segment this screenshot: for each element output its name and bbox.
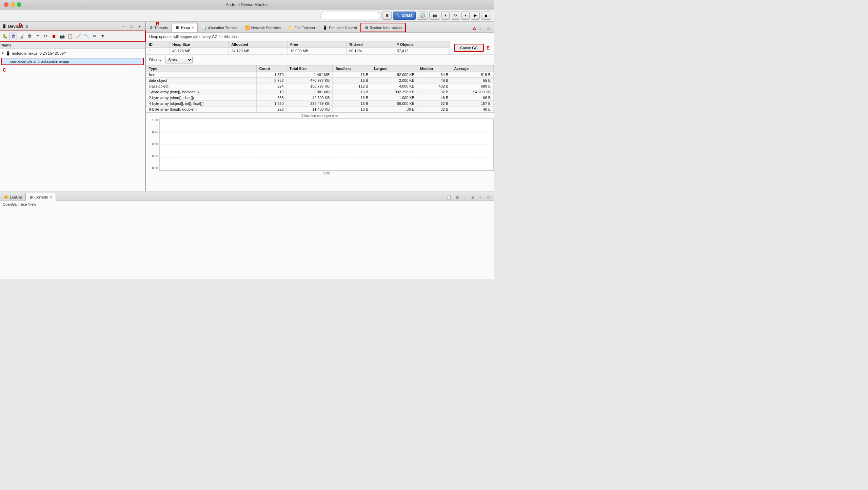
data-table-wrapper: Type Count Total Size Smallest Largest M… [146, 65, 494, 112]
tab-heap-label: Heap [181, 25, 190, 30]
console-label: Console [34, 195, 48, 199]
device-list[interactable]: ▼ 📱 motorola-nexus_6-ZY1G42C39Y com.exam… [0, 49, 145, 191]
tab-allocation[interactable]: 📊 Allocation Tracker [198, 23, 241, 32]
chart-container: Allocation count per size 1.00 0.75 0.50… [146, 112, 494, 167]
app-item[interactable]: com.example.android.sunshine.app [1, 58, 144, 65]
method-profile-btn[interactable]: 📈 [75, 33, 82, 40]
view-menu-button[interactable]: ▼ [136, 23, 143, 30]
allocation-btn[interactable]: 📊 [18, 33, 25, 40]
cell-total: 235.469 KB [287, 101, 333, 107]
cell-pct-used: 60.12% [346, 48, 394, 54]
maximize-panel-button[interactable]: □ [128, 23, 135, 30]
sync-icon: 🔄 [420, 13, 425, 18]
cell-heap-size: 40.123 MB [170, 48, 229, 54]
bottom-toolbar-btn3[interactable]: ↕ [461, 194, 468, 201]
col-smallest: Smallest [333, 65, 371, 72]
tab-emulator[interactable]: 📱 Emulator Control [319, 23, 361, 32]
minimize-panel-button[interactable]: − [120, 23, 127, 30]
cell-allocated: 24.123 MB [229, 48, 288, 54]
tab-network[interactable]: 📶 Network Statistics [241, 23, 284, 32]
data-table: Type Count Total Size Smallest Largest M… [146, 65, 494, 112]
panels-row: 📱 Devices 5 D − □ ▼ 🐛 🗑 📊 🗑 ≡ ⟳ ⏹ 📷 [0, 22, 494, 191]
thread-update-btn[interactable]: ⟳ [42, 33, 50, 40]
top-toolbar: ⊞ 🔧 DDMS 🔄 📷 ▾ ↻ ▾ ▶ ⏹ [0, 10, 494, 22]
cell-type: class object [146, 83, 257, 89]
console-close-icon[interactable]: ✕ [50, 195, 52, 199]
bottom-minimize-btn[interactable]: − [477, 194, 484, 201]
edit-btn[interactable]: ✏ [91, 33, 98, 40]
new-window-button[interactable]: ⊞ [382, 12, 392, 20]
camera-button[interactable]: 📷 [429, 12, 440, 20]
cell-median: 32 B [417, 89, 451, 95]
cell-average: 40 B [451, 107, 494, 112]
bottom-toolbar-btn4[interactable]: ⊟ [469, 194, 476, 201]
maximize-heap-btn[interactable]: □ [485, 25, 492, 32]
col-type: Type [146, 65, 257, 72]
cell-median: 48 B [417, 78, 451, 83]
bottom-panel: 🐱 LogCat 🖥 Console ✕ 📋 ⊞ ↕ ⊟ − □ OpenGL … [0, 191, 494, 279]
tab-console[interactable]: 🖥 Console ✕ [25, 193, 56, 201]
cell-type: data object [146, 78, 257, 83]
device-type-icon: 📱 [6, 51, 11, 56]
sync-button[interactable]: 🔄 [417, 12, 428, 20]
cell-median: 32 B [417, 107, 451, 112]
heap-summary-table: ID Heap Size Allocated Free % Used # Obj… [146, 41, 450, 54]
maximize-button[interactable] [17, 2, 21, 7]
dropdown-devices-btn[interactable]: ▼ [99, 33, 106, 40]
tab-sysinfo-label: System Information [370, 25, 402, 30]
heap-btn[interactable]: 🗑 [9, 33, 17, 40]
cell-count: 224 [256, 83, 287, 89]
cause-gc-button[interactable]: Cause GC [454, 44, 484, 52]
play-button[interactable]: ▶ [471, 12, 480, 20]
bottom-maximize-btn[interactable]: □ [485, 194, 492, 201]
dropdown-button[interactable]: ▾ [441, 12, 450, 20]
y-label-0: 0.00 [152, 166, 158, 170]
ddms-button[interactable]: 🔧 DDMS [393, 12, 416, 20]
col-heap-size: Heap Size [170, 41, 229, 48]
cell-smallest: 16 B [333, 101, 371, 107]
screenshot-btn[interactable]: 📷 [58, 33, 66, 40]
tab-heap[interactable]: 🗑 Heap ✕ B [172, 23, 198, 32]
close-button[interactable] [4, 2, 8, 7]
bottom-content: OpenGL Trace View [0, 201, 494, 279]
minimize-heap-btn[interactable]: − [477, 25, 484, 32]
bottom-toolbar-btn1[interactable]: 📋 [446, 194, 453, 201]
cell-total: 42.609 KB [287, 95, 333, 101]
devices-col-header: Name [0, 41, 145, 49]
refresh-button[interactable]: ↻ [451, 12, 460, 20]
kill-btn[interactable]: 🗑 [26, 33, 33, 40]
cell-total: 1.461 MB [287, 72, 333, 78]
cell-smallest: 16 B [333, 95, 371, 101]
tab-sysinfo[interactable]: 🖥 System Information [360, 23, 406, 32]
search-input[interactable] [320, 12, 381, 19]
cell-median: 48 B [417, 95, 451, 101]
device-item[interactable]: ▼ 📱 motorola-nexus_6-ZY1G42C39Y [0, 50, 145, 57]
dropdown2-button[interactable]: ▾ [461, 12, 470, 20]
display-select[interactable]: Stats Bar Graph [165, 56, 193, 63]
col-average: Average [451, 65, 494, 72]
threads-btn[interactable]: ≡ [34, 33, 41, 40]
heap-panel: ⚙ Threads 🗑 Heap ✕ B 📊 Allocation Tracke… [146, 22, 494, 191]
debug-button[interactable]: 🐛 [1, 33, 9, 40]
dump-btn[interactable]: 📋 [66, 33, 74, 40]
cell-median: 32 B [417, 101, 451, 107]
col-largest: Largest [371, 65, 417, 72]
table-row: 1-byte array (byte[], boolean[]) 15 1.38… [146, 89, 494, 95]
cell-smallest: 16 B [333, 89, 371, 95]
cell-type: 2-byte array (short[], char[]) [146, 95, 257, 101]
bottom-toolbar-btn2[interactable]: ⊞ [454, 194, 460, 201]
cell-average: 689 B [451, 83, 494, 89]
minimize-button[interactable] [11, 2, 15, 7]
cell-type: 8-byte array (long[], double[]) [146, 107, 257, 112]
tab-file[interactable]: 📁 File Explorer [284, 23, 319, 32]
tab-logcat[interactable]: 🐱 LogCat [0, 193, 25, 201]
network-stats-btn[interactable]: 📉 [83, 33, 90, 40]
window-controls[interactable] [4, 2, 21, 7]
cell-median: 432 B [417, 83, 451, 89]
heap-close-icon[interactable]: ✕ [191, 26, 194, 30]
cell-largest: 56.000 KB [371, 101, 417, 107]
cell-type: 1-byte array (byte[], boolean[]) [146, 89, 257, 95]
stop-process-btn[interactable]: ⏹ [50, 33, 58, 40]
stop-button[interactable]: ⏹ [481, 12, 491, 20]
table-row: 8-byte array (long[], double[]) 226 11.4… [146, 107, 494, 112]
